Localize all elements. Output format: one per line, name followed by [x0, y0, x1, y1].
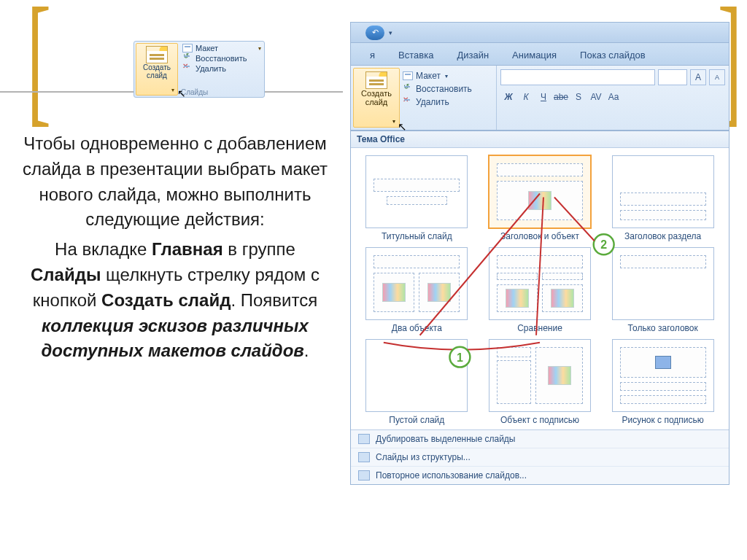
new-slide-button[interactable]: Создать слайд ▾ — [353, 68, 400, 128]
tab-slideshow[interactable]: Показ слайдов — [568, 45, 657, 65]
duplicate-icon — [358, 434, 370, 444]
ribbon-group-slides: Создать слайд ▾ Макет ▾ Восстановить Уда… — [351, 66, 497, 130]
cursor-icon: ↖ — [398, 120, 407, 133]
tab-animation[interactable]: Анимация — [500, 45, 568, 65]
layout-icon — [403, 71, 413, 80]
underline-button[interactable]: Ч — [535, 90, 551, 104]
delete-button[interactable]: Удалить — [182, 64, 261, 73]
bracket-left: [ — [27, 0, 51, 131]
slides-from-outline-item[interactable]: Слайды из структуры... — [351, 448, 729, 467]
layout-content-with-caption[interactable]: Объект с подписью — [481, 339, 599, 425]
delete-button[interactable]: Удалить — [403, 97, 491, 107]
chevron-down-icon[interactable]: ▾ — [389, 29, 392, 36]
bold-button[interactable]: Ж — [500, 90, 516, 104]
shrink-font-button[interactable]: A — [709, 69, 725, 85]
app-window: ↶ ▾ я Вставка Дизайн Анимация Показ слай… — [350, 22, 729, 485]
reuse-icon — [358, 470, 370, 481]
layout-title-and-content[interactable]: Заголовок и объект — [481, 155, 599, 241]
tab-design[interactable]: Дизайн — [445, 45, 500, 65]
strike-button[interactable]: abe — [553, 90, 569, 104]
layout-section-header[interactable]: Заголовок раздела — [604, 155, 721, 241]
undo-button[interactable]: ↶ — [365, 26, 384, 40]
spacing-button[interactable]: AV — [588, 90, 604, 104]
reuse-slides-item[interactable]: Повторное использование слайдов... — [351, 467, 729, 484]
ribbon-inset: Создать слайд ▾ Макет ▾ Восстановить Уда… — [133, 41, 265, 98]
outline-icon — [358, 452, 370, 462]
cursor-icon: ↖ — [177, 88, 186, 99]
ribbon: Создать слайд ▾ Макет ▾ Восстановить Уда… — [351, 65, 729, 131]
delete-icon — [403, 98, 413, 106]
layout-title-slide[interactable]: Титульный слайд — [358, 155, 476, 241]
layout-comparison[interactable]: Сравнение — [481, 247, 599, 333]
layout-picture-with-caption[interactable]: Рисунок с подписью — [604, 339, 721, 425]
font-format-row: Ж К Ч abe S AV Aa — [500, 90, 725, 104]
reset-icon — [403, 85, 413, 93]
delete-icon — [182, 64, 193, 73]
layout-blank[interactable]: Пустой слайд — [358, 339, 476, 425]
reset-button[interactable]: Восстановить — [403, 84, 491, 94]
new-slide-button[interactable]: Создать слайд ▾ — [136, 43, 178, 96]
layout-title-only[interactable]: Только заголовок — [604, 247, 721, 333]
italic-button[interactable]: К — [518, 90, 534, 104]
ribbon-group-font: A A Ж К Ч abe S AV Aa — [497, 66, 729, 130]
gallery-header: Тема Office — [351, 131, 729, 148]
gallery-footer: Дублировать выделенные слайды Слайды из … — [351, 429, 729, 484]
font-family-combo[interactable] — [500, 69, 655, 85]
font-size-combo[interactable] — [658, 69, 687, 85]
chevron-down-icon: ▾ — [392, 118, 395, 125]
new-slide-icon — [146, 46, 168, 63]
layout-button[interactable]: Макет ▾ — [403, 71, 491, 81]
reset-button[interactable]: Восстановить — [182, 54, 261, 63]
chevron-down-icon: ▾ — [171, 87, 174, 93]
shadow-button[interactable]: S — [570, 90, 587, 104]
tab-insert[interactable]: Вставка — [387, 45, 445, 65]
case-button[interactable]: Aa — [605, 90, 622, 104]
duplicate-slides-item[interactable]: Дублировать выделенные слайды — [351, 430, 729, 448]
layout-button[interactable]: Макет ▾ — [182, 44, 261, 52]
quick-access-toolbar: ↶ ▾ — [351, 23, 729, 43]
grow-font-button[interactable]: A — [690, 69, 706, 85]
tab-home[interactable]: я — [358, 45, 387, 65]
para-1: Чтобы одновременно с добавлением слайда … — [22, 131, 328, 233]
chevron-down-icon: ▾ — [258, 45, 261, 52]
chevron-down-icon: ▾ — [445, 73, 448, 79]
new-slide-icon — [365, 71, 387, 89]
para-2: На вкладке Главная в группе Слайды щелкн… — [22, 237, 328, 364]
ribbon-tabs: я Вставка Дизайн Анимация Показ слайдов — [351, 43, 729, 65]
layout-gallery: Тема Office Титульный слайд Заголовок и … — [351, 131, 729, 484]
layout-two-content[interactable]: Два объекта — [358, 247, 476, 333]
body-text: Чтобы одновременно с добавлением слайда … — [22, 131, 328, 368]
